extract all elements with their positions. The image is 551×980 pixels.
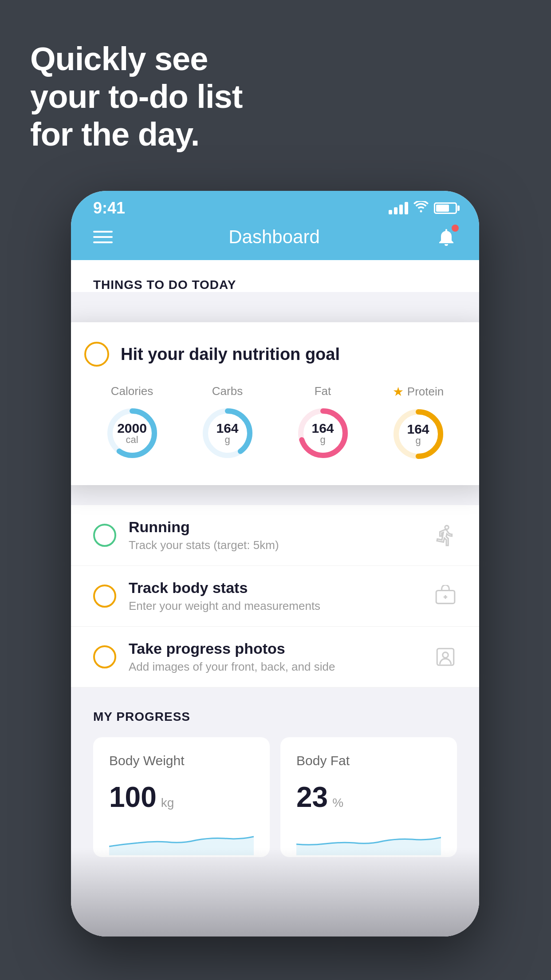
todo-info-running: Running Track your stats (target: 5km) [129,518,421,552]
status-time: 9:41 [93,199,125,217]
menu-button[interactable] [93,231,113,243]
todo-circle-nutrition [84,342,109,367]
body-fat-title: Body Fat [296,753,441,768]
hero-line2: your to-do list [30,78,242,115]
phone-frame: 9:41 [71,191,479,937]
phone-mockup: 9:41 [71,191,479,937]
nav-title: Dashboard [228,226,319,248]
todo-circle-photos [93,645,116,668]
things-section: THINGS TO DO TODAY [71,260,479,292]
body-weight-number: 100 [109,781,157,814]
carbs-value: 164 [216,422,238,435]
nutrition-fat: Fat 164 g [294,384,352,462]
protein-donut: 164 g [390,405,447,463]
todo-sub-body-stats: Enter your weight and measurements [129,599,421,613]
body-fat-sparkline [296,824,441,855]
fat-value: 164 [311,422,334,435]
protein-value: 164 [407,423,429,436]
nutrition-circles: Calories 2000 cal [84,384,466,463]
card-header: Hit your daily nutrition goal [84,342,466,367]
background: Quickly see your to-do list for the day.… [0,0,551,980]
body-fat-unit: % [332,796,343,810]
things-section-title: THINGS TO DO TODAY [93,278,457,292]
body-weight-value: 100 kg [109,781,254,814]
todo-sub-running: Track your stats (target: 5km) [129,538,421,552]
todo-circle-running [93,524,116,547]
carbs-unit: g [216,435,238,445]
hero-text: Quickly see your to-do list for the day. [30,40,242,153]
person-icon [434,645,457,668]
calories-label: Calories [111,384,153,398]
todo-circle-body-stats [93,585,116,608]
progress-section: MY PROGRESS Body Weight 100 kg [71,688,479,870]
todo-item-body-stats[interactable]: Track body stats Enter your weight and m… [71,566,479,627]
shoe-icon [434,524,457,547]
body-weight-sparkline [109,824,254,855]
star-icon: ★ [393,384,404,399]
status-bar: 9:41 [71,191,479,222]
nutrition-card[interactable]: Hit your daily nutrition goal Calories [71,322,479,485]
todo-sub-photos: Add images of your front, back, and side [129,660,421,674]
todo-name-body-stats: Track body stats [129,579,421,597]
fat-unit: g [311,435,334,445]
battery-icon [434,202,457,214]
hero-line3: for the day. [30,115,242,153]
carbs-label: Carbs [212,384,243,398]
body-fat-value: 23 % [296,781,441,814]
hero-line1: Quickly see [30,40,242,78]
progress-cards: Body Weight 100 kg B [93,737,457,857]
progress-section-title: MY PROGRESS [93,710,457,724]
nav-bar: Dashboard [71,222,479,260]
calories-donut: 2000 cal [103,404,161,462]
todo-info-photos: Take progress photos Add images of your … [129,640,421,674]
card-title: Hit your daily nutrition goal [121,345,340,364]
todo-item-running[interactable]: Running Track your stats (target: 5km) [71,505,479,566]
notification-button[interactable] [436,226,457,248]
calories-value: 2000 [117,422,147,435]
fat-label: Fat [315,384,331,398]
body-fat-number: 23 [296,781,328,814]
calories-unit: cal [117,435,147,445]
todo-list: Running Track your stats (target: 5km) [71,505,479,688]
main-content: THINGS TO DO TODAY Hit your daily nutrit… [71,260,479,937]
wifi-icon [413,201,429,216]
todo-name-running: Running [129,518,421,536]
nutrition-calories: Calories 2000 cal [103,384,161,462]
status-icons [389,201,457,216]
nutrition-protein: ★ Protein 164 g [390,384,447,463]
body-fat-card[interactable]: Body Fat 23 % [280,737,457,857]
fat-donut: 164 g [294,404,352,462]
protein-label: ★ Protein [393,384,444,399]
todo-name-photos: Take progress photos [129,640,421,657]
svg-point-12 [443,652,449,658]
nutrition-carbs: Carbs 164 g [199,384,256,462]
scale-icon [434,585,457,608]
todo-item-photos[interactable]: Take progress photos Add images of your … [71,627,479,688]
carbs-donut: 164 g [199,404,256,462]
body-weight-card[interactable]: Body Weight 100 kg [93,737,270,857]
todo-info-body-stats: Track body stats Enter your weight and m… [129,579,421,613]
signal-icon [389,202,408,214]
body-weight-title: Body Weight [109,753,254,768]
notification-dot [452,225,459,232]
body-weight-unit: kg [161,796,174,810]
protein-unit: g [407,436,429,446]
